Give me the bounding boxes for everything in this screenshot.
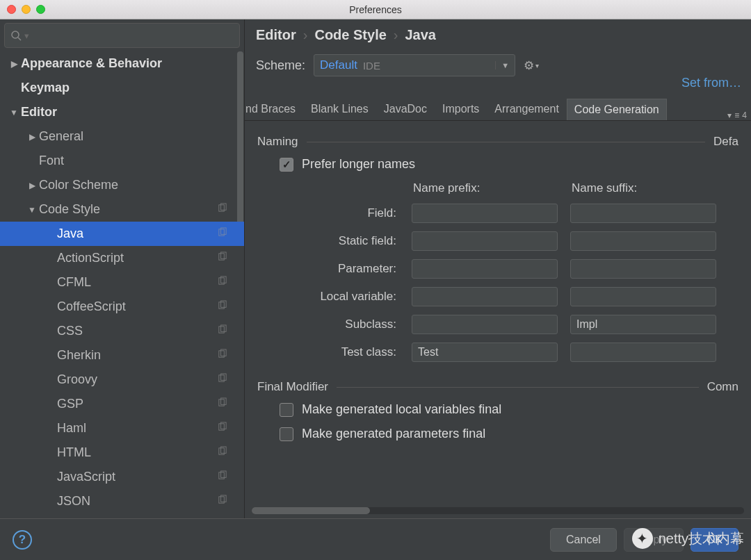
tree-item-label: Editor xyxy=(21,105,57,120)
tree-item[interactable]: ▶Color Scheme xyxy=(0,173,244,197)
chevron-down-icon: ▼ xyxy=(25,205,39,215)
final-params-checkbox[interactable]: Make generated parameters final xyxy=(257,427,738,451)
naming-row-label: Static field: xyxy=(267,234,399,248)
tree-item[interactable]: ▶General xyxy=(0,124,244,149)
naming-prefix-input[interactable] xyxy=(412,259,558,279)
copy-scheme-icon xyxy=(217,445,227,460)
naming-suffix-input[interactable] xyxy=(570,343,716,362)
tree-item-label: Groovy xyxy=(57,372,97,387)
tree-item[interactable]: HTML xyxy=(0,440,244,465)
tree-item-label: Keymap xyxy=(21,81,70,95)
naming-row-label: Local variable: xyxy=(267,290,399,304)
tree-item-label: General xyxy=(39,129,83,144)
copy-scheme-icon xyxy=(217,299,227,314)
final-locals-checkbox[interactable]: Make generated local variables final xyxy=(257,400,738,427)
tab-imports[interactable]: Imports xyxy=(435,98,487,120)
set-from-link[interactable]: Set from… xyxy=(681,76,741,90)
breadcrumb-item: Java xyxy=(405,27,436,43)
naming-suffix-input[interactable] xyxy=(570,231,716,251)
naming-suffix-input[interactable] xyxy=(570,259,716,279)
settings-tree: ▶Appearance & BehaviorKeymap▼Editor▶Gene… xyxy=(0,51,244,518)
scheme-combobox[interactable]: Default IDE ▼ xyxy=(314,54,515,76)
breadcrumb-item[interactable]: Code Style xyxy=(314,27,386,43)
naming-prefix-input[interactable] xyxy=(412,204,558,223)
tree-item-label: ActionScript xyxy=(57,251,124,265)
naming-suffix-input[interactable] xyxy=(570,287,716,306)
content-h-scrollbar[interactable] xyxy=(252,507,744,514)
copy-scheme-icon xyxy=(217,372,227,387)
scheme-row: Scheme: Default IDE ▼ ⚙ ▾ Set from… xyxy=(245,50,751,81)
search-dropdown-arrow-icon: ▾ xyxy=(24,31,29,41)
tab-blank-lines[interactable]: Blank Lines xyxy=(303,98,376,120)
naming-prefix-input[interactable] xyxy=(412,231,558,251)
main-panel: Editor › Code Style › Java Scheme: Defau… xyxy=(245,19,751,518)
tree-item[interactable]: Groovy xyxy=(0,368,244,392)
breadcrumb-item[interactable]: Editor xyxy=(256,27,296,43)
tab-code-generation[interactable]: Code Generation xyxy=(567,99,667,121)
search-input[interactable]: ▾ xyxy=(4,23,240,48)
tab-arrangement[interactable]: Arrangement xyxy=(487,98,567,120)
tree-item[interactable]: ActionScript xyxy=(0,246,244,270)
naming-row-label: Test class: xyxy=(267,345,399,359)
checkbox-icon xyxy=(280,403,293,417)
copy-scheme-icon xyxy=(217,324,227,338)
naming-prefix-input[interactable] xyxy=(412,315,558,334)
scheme-actions-button[interactable]: ⚙ ▾ xyxy=(524,58,539,73)
tree-item-label: Java xyxy=(57,227,83,241)
list-icon: ≡ xyxy=(734,110,739,120)
tab-nd-braces[interactable]: nd Braces xyxy=(245,98,303,120)
naming-prefix-input[interactable]: Test xyxy=(412,343,558,362)
tree-item[interactable]: Keymap xyxy=(0,76,244,100)
window-title: Preferences xyxy=(0,4,751,15)
tree-item[interactable]: CSS xyxy=(0,319,244,343)
tree-item-label: CoffeeScript xyxy=(57,299,126,314)
breadcrumb: Editor › Code Style › Java xyxy=(245,19,751,50)
svg-point-0 xyxy=(12,31,19,38)
scheme-scope-tag: IDE xyxy=(363,60,380,72)
copy-scheme-icon xyxy=(217,494,227,509)
chevron-down-icon: ▼ xyxy=(7,108,21,117)
copy-scheme-icon xyxy=(217,227,227,241)
tree-item-label: JavaScript xyxy=(57,470,115,484)
tab-overflow-indicator[interactable]: ▾ ≡ 4 xyxy=(727,110,747,120)
help-button[interactable]: ? xyxy=(13,530,32,550)
checkbox-icon xyxy=(280,158,293,172)
copy-scheme-icon xyxy=(217,421,227,436)
copy-scheme-icon xyxy=(217,275,227,290)
tree-item[interactable]: Font xyxy=(0,149,244,173)
tree-item[interactable]: ▼Editor xyxy=(0,100,244,124)
prefer-longer-names-checkbox[interactable]: Prefer longer names xyxy=(257,154,738,181)
tree-item-label: CFML xyxy=(57,275,91,290)
tree-item-label: Haml xyxy=(57,421,86,436)
section-naming: Naming Defa xyxy=(257,135,738,149)
tree-item-label: Gherkin xyxy=(57,348,101,363)
tree-item[interactable]: Haml xyxy=(0,416,244,440)
tree-item[interactable]: JSON xyxy=(0,489,244,513)
tree-item[interactable]: Java xyxy=(0,222,244,246)
tree-item[interactable]: CFML xyxy=(0,270,244,295)
tree-item[interactable]: CoffeeScript xyxy=(0,295,244,319)
tree-item[interactable]: ▶Appearance & Behavior xyxy=(0,51,244,76)
chevron-right-icon: › xyxy=(303,27,308,43)
copy-scheme-icon xyxy=(217,348,227,363)
tabs: nd BracesBlank LinesJavaDocImportsArrang… xyxy=(245,96,751,121)
tab-javadoc[interactable]: JavaDoc xyxy=(376,98,435,120)
naming-prefix-input[interactable] xyxy=(412,287,558,306)
cancel-button[interactable]: Cancel xyxy=(550,528,617,552)
chevron-right-icon: ▶ xyxy=(25,181,39,190)
tree-item[interactable]: Gherkin xyxy=(0,343,244,368)
tree-item[interactable]: ▼Code Style xyxy=(0,197,244,222)
naming-row-label: Subclass: xyxy=(267,318,399,331)
tree-item-label: Font xyxy=(39,154,64,168)
naming-row-label: Field: xyxy=(267,206,399,220)
tree-item-label: Code Style xyxy=(39,202,100,217)
tree-item[interactable]: JavaScript xyxy=(0,465,244,489)
tree-item[interactable]: GSP xyxy=(0,392,244,416)
tab-content: Naming Defa Prefer longer names Name pre… xyxy=(245,121,751,518)
titlebar: Preferences xyxy=(0,0,751,19)
scrollbar-thumb[interactable] xyxy=(252,507,370,514)
tree-item-label: JSON xyxy=(57,494,90,509)
gear-icon: ⚙ xyxy=(524,58,534,73)
naming-suffix-input[interactable] xyxy=(570,204,716,223)
naming-suffix-input[interactable]: Impl xyxy=(570,315,716,334)
